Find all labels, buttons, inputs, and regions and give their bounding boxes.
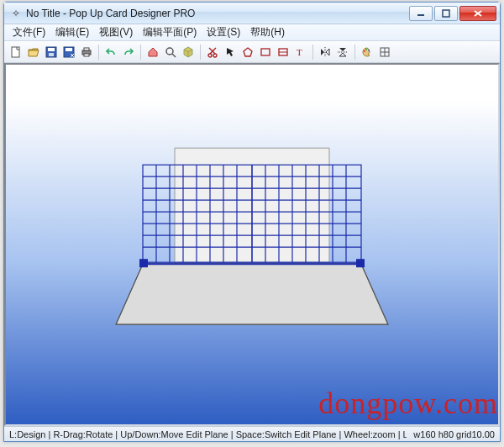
menu-settings[interactable]: 设置(S) — [202, 24, 245, 41]
polygon-icon — [242, 46, 254, 58]
svg-point-30 — [364, 50, 365, 52]
tb-select[interactable] — [222, 44, 239, 60]
tb-mirror-v[interactable] — [334, 44, 351, 60]
menu-editplane[interactable]: 编辑平面(P) — [138, 24, 202, 41]
grid-icon — [379, 46, 391, 58]
status-bar: L:Design | R-Drag:Rotate | Up/Down:Move … — [4, 426, 500, 441]
svg-marker-28 — [339, 53, 346, 56]
save-icon — [45, 46, 57, 58]
tb-rect-2[interactable] — [275, 44, 291, 60]
app-icon: ✧ — [9, 7, 23, 20]
svg-rect-1 — [443, 10, 449, 17]
cube-icon — [182, 46, 194, 58]
tb-save-as[interactable] — [60, 44, 77, 60]
svg-rect-63 — [139, 259, 148, 267]
svg-marker-19 — [244, 48, 252, 56]
toolbar-separator — [140, 45, 141, 60]
tb-print[interactable] — [78, 44, 95, 60]
tb-save[interactable] — [43, 44, 60, 60]
minimize-icon — [417, 9, 425, 18]
toolbar-separator — [98, 45, 99, 60]
menu-bar: 文件(F) 编辑(E) 视图(V) 编辑平面(P) 设置(S) 帮助(H) — [4, 24, 500, 41]
svg-line-14 — [172, 54, 176, 57]
title-bar[interactable]: ✧ No Title - Pop Up Card Designer PRO — [4, 3, 500, 24]
rect-icon — [260, 46, 271, 58]
new-file-icon — [10, 46, 22, 58]
tb-reset-view[interactable] — [144, 44, 161, 60]
undo-icon — [105, 46, 117, 58]
toolbar-separator — [354, 45, 355, 60]
open-folder-icon — [28, 46, 39, 58]
svg-rect-64 — [356, 259, 365, 267]
svg-line-18 — [209, 48, 215, 54]
tb-polygon[interactable] — [239, 44, 256, 60]
tb-palette[interactable] — [359, 44, 375, 60]
watermark: dongpow.com — [318, 386, 498, 421]
save-as-icon — [63, 46, 75, 58]
svg-marker-37 — [116, 264, 388, 324]
minimize-button[interactable] — [409, 6, 433, 21]
svg-point-15 — [208, 54, 212, 57]
text-icon: T — [295, 46, 307, 58]
svg-rect-9 — [66, 48, 72, 51]
tb-zoom[interactable] — [162, 44, 179, 60]
mirror-v-icon — [337, 46, 349, 58]
print-icon — [81, 46, 92, 58]
svg-marker-24 — [321, 49, 324, 55]
mirror-h-icon — [319, 46, 331, 58]
maximize-button[interactable] — [434, 6, 458, 21]
tb-mirror-h[interactable] — [317, 44, 333, 60]
toolbar-separator — [200, 45, 201, 60]
close-icon — [473, 9, 483, 18]
tb-rect[interactable] — [257, 44, 274, 60]
toolbar: T — [4, 41, 500, 63]
magnifier-icon — [165, 46, 176, 58]
tb-cut[interactable] — [204, 44, 221, 60]
svg-rect-20 — [261, 49, 270, 55]
menu-file[interactable]: 文件(F) — [8, 24, 50, 41]
tb-view-3d[interactable] — [180, 44, 197, 60]
svg-point-13 — [166, 48, 173, 55]
window-title: No Title - Pop Up Card Designer PRO — [26, 8, 195, 19]
svg-marker-27 — [339, 48, 346, 51]
menu-help[interactable]: 帮助(H) — [245, 24, 290, 41]
scissors-icon — [207, 46, 218, 58]
home-icon — [147, 46, 159, 58]
popup-card-model — [109, 139, 395, 358]
tb-text[interactable]: T — [292, 44, 309, 60]
svg-point-32 — [368, 50, 370, 51]
maximize-icon — [442, 9, 450, 18]
menu-view[interactable]: 视图(V) — [94, 24, 138, 41]
svg-text:T: T — [297, 47, 302, 57]
svg-rect-6 — [48, 48, 55, 51]
design-canvas[interactable]: dongpow.com — [4, 63, 500, 426]
tb-grid[interactable] — [376, 44, 393, 60]
tb-undo[interactable] — [102, 44, 119, 60]
svg-marker-25 — [326, 49, 329, 55]
rect2-icon — [277, 46, 289, 58]
close-button[interactable] — [459, 6, 496, 21]
menu-edit[interactable]: 编辑(E) — [50, 24, 94, 41]
window-controls — [409, 6, 496, 21]
svg-rect-11 — [84, 48, 89, 50]
toolbar-separator — [312, 45, 313, 60]
status-hints: L:Design | R-Drag:Rotate | Up/Down:Move … — [9, 429, 407, 439]
pointer-icon — [224, 46, 236, 58]
svg-rect-7 — [49, 53, 54, 56]
tb-open[interactable] — [25, 44, 42, 60]
svg-point-31 — [365, 49, 367, 50]
tb-new[interactable] — [8, 44, 24, 60]
tb-redo[interactable] — [120, 44, 137, 60]
svg-line-17 — [210, 48, 216, 54]
svg-rect-4 — [12, 47, 19, 57]
svg-point-16 — [213, 54, 217, 57]
redo-icon — [123, 46, 134, 58]
status-dims: w160 h80 grid10.00 — [407, 429, 495, 439]
svg-rect-12 — [84, 54, 89, 56]
app-window: ✧ No Title - Pop Up Card Designer PRO 文件… — [3, 2, 501, 442]
palette-icon — [361, 46, 373, 58]
